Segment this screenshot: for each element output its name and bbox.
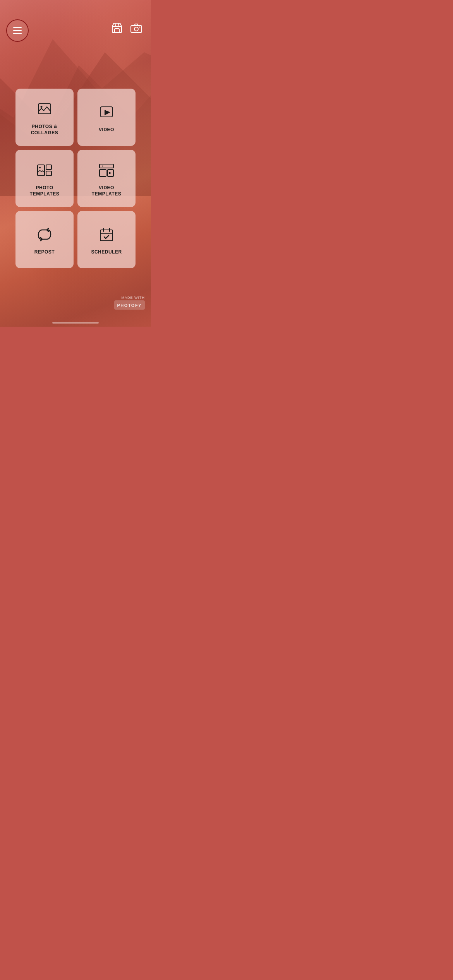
svg-point-17 (39, 167, 41, 168)
scheduler-label: SCHEDULER (91, 249, 122, 255)
store-button[interactable] (110, 21, 124, 35)
svg-marker-13 (105, 110, 110, 115)
svg-marker-19 (102, 165, 103, 167)
repost-label: REPOST (34, 249, 55, 255)
photos-collages-icon (35, 100, 54, 118)
made-with-text: MADE WITH (114, 296, 145, 300)
menu-bar-3 (13, 33, 22, 34)
video-icon (97, 103, 116, 122)
camera-icon (130, 22, 142, 34)
video-button[interactable]: VIDEO (77, 89, 136, 146)
svg-line-4 (115, 23, 116, 26)
menu-button[interactable] (6, 19, 29, 42)
video-label: VIDEO (99, 127, 114, 133)
svg-rect-15 (46, 165, 51, 170)
svg-rect-6 (115, 29, 119, 33)
svg-rect-3 (112, 26, 122, 33)
camera-button[interactable] (129, 21, 143, 35)
video-templates-label: VIDEOTEMPLATES (92, 185, 121, 197)
photos-collages-label: PHOTOS &COLLAGES (31, 124, 58, 136)
main-grid-area: PHOTOS &COLLAGES VIDEO (0, 46, 151, 327)
svg-point-8 (134, 27, 138, 31)
svg-rect-23 (100, 230, 113, 241)
scheduler-button[interactable]: SCHEDULER (77, 211, 136, 268)
photos-collages-button[interactable]: PHOTOS &COLLAGES (15, 89, 74, 146)
video-templates-button[interactable]: VIDEOTEMPLATES (77, 150, 136, 207)
scheduler-icon (97, 225, 116, 244)
svg-rect-7 (131, 26, 142, 33)
repost-button[interactable]: REPOST (15, 211, 74, 268)
svg-line-5 (118, 23, 119, 26)
svg-rect-16 (46, 171, 51, 176)
video-templates-icon (97, 161, 116, 180)
photo-templates-icon (35, 161, 54, 180)
home-indicator (52, 322, 99, 324)
feature-grid: PHOTOS &COLLAGES VIDEO (15, 89, 136, 268)
header (0, 0, 151, 46)
svg-point-9 (139, 27, 141, 28)
header-actions (110, 19, 143, 35)
repost-icon (35, 225, 54, 244)
photo-templates-label: PHOTOTEMPLATES (30, 185, 59, 197)
svg-marker-22 (109, 172, 112, 174)
store-icon (111, 22, 123, 34)
svg-rect-20 (100, 170, 106, 176)
svg-rect-18 (100, 164, 113, 168)
photo-templates-button[interactable]: PHOTOTEMPLATES (15, 150, 74, 207)
svg-point-11 (41, 106, 43, 108)
watermark: MADE WITH PHOTOFY (114, 296, 145, 310)
brand-name: PHOTOFY (117, 303, 142, 308)
svg-rect-14 (38, 165, 45, 176)
menu-bar-1 (13, 27, 22, 28)
menu-bar-2 (13, 30, 22, 31)
